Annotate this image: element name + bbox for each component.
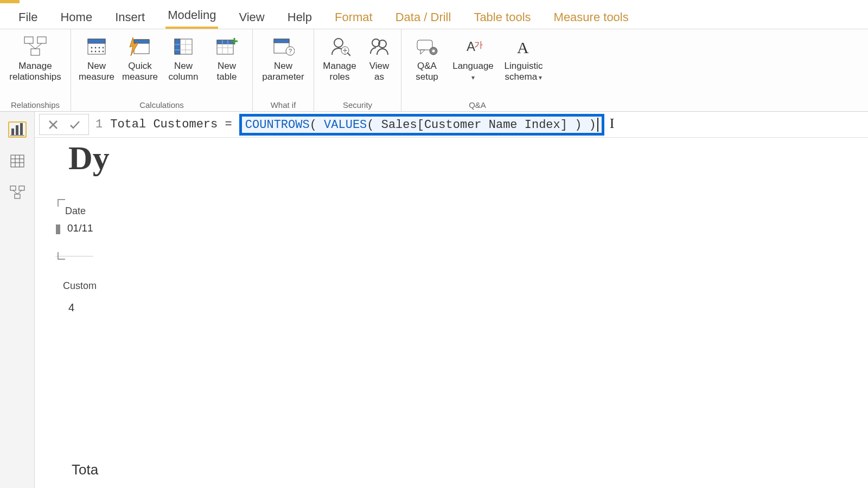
svg-rect-2 — [31, 49, 40, 55]
group-label-security: Security — [343, 99, 372, 111]
ribbon-tabs: File Home Insert Modeling View Help Form… — [0, 0, 868, 29]
svg-rect-58 — [19, 186, 24, 190]
resize-handle[interactable] — [56, 224, 60, 234]
tab-insert[interactable]: Insert — [113, 5, 147, 29]
new-measure-label: New measure — [79, 61, 114, 82]
manage-relationships-label: Manage relationships — [9, 61, 61, 82]
report-view-button[interactable] — [8, 121, 27, 138]
svg-text:가: 가 — [474, 40, 483, 49]
view-as-button[interactable]: View as — [363, 33, 395, 99]
tab-measure-tools[interactable]: Measure tools — [552, 5, 631, 29]
svg-line-61 — [17, 190, 22, 194]
new-table-button[interactable]: New table — [207, 33, 247, 99]
selection-corner-icon — [58, 252, 65, 260]
svg-point-12 — [95, 51, 97, 53]
ribbon-group-security: Manage roles View as Security — [314, 29, 401, 111]
table-icon — [10, 155, 24, 168]
close-icon — [48, 119, 59, 130]
slicer-value[interactable]: 01/11 — [61, 219, 107, 240]
svg-rect-6 — [88, 39, 105, 43]
data-view-button[interactable] — [8, 153, 27, 169]
language-label: Language — [450, 61, 496, 82]
customer-field-label: Custom — [63, 280, 868, 292]
quick-measure-button[interactable]: Quick measure — [120, 33, 160, 99]
tab-view[interactable]: View — [237, 5, 266, 29]
parameter-icon: ? — [271, 35, 295, 59]
relationships-icon — [23, 35, 47, 59]
svg-point-44 — [432, 50, 435, 53]
tab-file[interactable]: File — [16, 5, 40, 29]
svg-rect-19 — [175, 39, 180, 54]
commit-formula-button[interactable] — [67, 117, 83, 133]
formula-commit-box — [39, 114, 89, 135]
new-parameter-button[interactable]: ? New parameter — [258, 33, 308, 99]
svg-marker-42 — [420, 50, 425, 54]
new-column-button[interactable]: New column — [163, 33, 203, 99]
view-as-label: View as — [369, 61, 390, 82]
page-title: Dy — [68, 139, 868, 177]
linguistic-schema-button[interactable]: A Linguistic schema — [499, 33, 548, 99]
selection-corner-icon — [58, 199, 65, 207]
formula-line-number: 1 — [95, 118, 103, 131]
bar-chart-icon — [10, 123, 24, 136]
svg-point-8 — [95, 47, 97, 49]
customer-field-value: 4 — [68, 301, 868, 314]
svg-point-13 — [99, 51, 100, 53]
check-icon — [69, 119, 81, 130]
svg-point-11 — [91, 51, 93, 53]
group-label-relationships: Relationships — [11, 99, 60, 111]
svg-text:A: A — [517, 38, 529, 56]
manage-roles-label: Manage roles — [323, 61, 356, 82]
tab-format[interactable]: Format — [333, 5, 375, 29]
svg-rect-59 — [15, 194, 20, 198]
model-view-button[interactable] — [8, 184, 27, 201]
qa-setup-icon — [415, 35, 439, 59]
svg-rect-31 — [274, 39, 289, 43]
group-label-qa: Q&A — [469, 99, 486, 111]
tab-modeling[interactable]: Modeling — [165, 3, 218, 29]
language-button[interactable]: A 가 Language — [450, 33, 496, 99]
group-label-calculations: Calculations — [139, 99, 184, 111]
svg-rect-0 — [24, 37, 33, 43]
model-icon — [10, 185, 25, 200]
tab-help[interactable]: Help — [285, 5, 314, 29]
quick-measure-icon — [128, 35, 152, 59]
manage-relationships-button[interactable]: Manage relationships — [5, 33, 65, 99]
formula-measure-name: Total Customers = — [110, 118, 232, 131]
svg-rect-24 — [217, 40, 233, 44]
new-measure-button[interactable]: New measure — [76, 33, 117, 99]
svg-rect-52 — [11, 155, 24, 167]
formula-highlighted-expression: COUNTROWS( VALUES( Sales[Customer Name I… — [239, 114, 604, 136]
svg-point-9 — [99, 47, 100, 49]
report-canvas[interactable]: Dy Date 01/11 Custom 4 Tota — [35, 138, 868, 488]
view-as-icon — [367, 35, 391, 59]
ribbon-group-whatif: ? New parameter What if — [253, 29, 314, 111]
view-rail — [0, 112, 35, 488]
svg-rect-16 — [134, 40, 149, 43]
measure-icon — [85, 35, 108, 59]
ribbon-group-calculations: New measure Quick measure — [71, 29, 253, 111]
svg-rect-57 — [10, 186, 16, 190]
language-icon: A 가 — [461, 35, 485, 59]
linguistic-schema-label: Linguistic schema — [505, 61, 543, 82]
tab-table-tools[interactable]: Table tools — [471, 5, 533, 29]
new-table-icon — [215, 35, 239, 59]
date-slicer[interactable]: Date 01/11 — [61, 202, 107, 256]
qa-setup-button[interactable]: Q&A setup — [407, 33, 447, 99]
slicer-header: Date — [61, 202, 107, 219]
tab-home[interactable]: Home — [58, 5, 94, 29]
formula-editor[interactable]: 1 Total Customers = COUNTROWS( VALUES( S… — [93, 112, 868, 137]
cancel-formula-button[interactable] — [45, 117, 61, 133]
manage-roles-button[interactable]: Manage roles — [320, 33, 360, 99]
new-column-icon — [171, 35, 195, 59]
qa-setup-label: Q&A setup — [416, 61, 438, 82]
svg-rect-41 — [417, 40, 432, 50]
manage-roles-icon — [328, 35, 352, 59]
svg-rect-50 — [20, 123, 23, 135]
svg-point-34 — [334, 38, 343, 47]
svg-line-3 — [29, 43, 35, 49]
svg-point-14 — [103, 51, 104, 53]
group-label-whatif: What if — [271, 99, 296, 111]
tab-data-drill[interactable]: Data / Drill — [393, 5, 454, 29]
text-caret — [597, 118, 598, 132]
